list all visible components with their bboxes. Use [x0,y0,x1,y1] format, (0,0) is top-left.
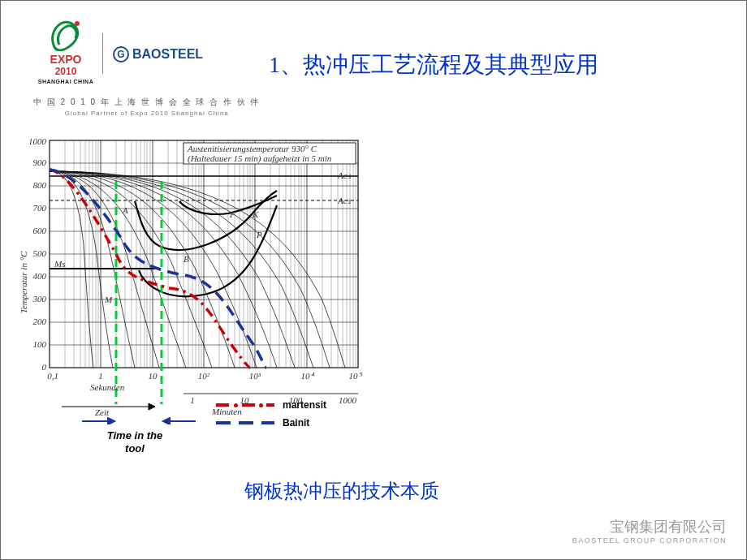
svg-text:K: K [252,209,259,219]
chart-header-1: Austenitisierungstemperatur 930° C [187,144,317,153]
svg-text:1: 1 [190,395,195,405]
expo-partner-cn: 中 国 2 0 1 0 年 上 海 世 博 会 全 球 合 作 伙 伴 [33,97,260,108]
svg-text:Ac₁: Ac₁ [337,196,351,205]
svg-marker-103 [149,403,155,410]
svg-text:100: 100 [33,339,47,349]
svg-text:500: 500 [33,248,47,258]
svg-text:0,1: 0,1 [47,371,58,381]
svg-text:300: 300 [32,294,47,304]
seconds-label: Sekunden [90,382,125,392]
svg-text:200: 200 [33,317,47,326]
expo-year: 2010 [37,66,94,77]
x-axis-label: Zeit [95,407,110,417]
svg-text:400: 400 [33,271,47,281]
expo-logo: EXPO 2010 SHANGHAI CHINA [37,19,94,84]
expo-ribbon-icon [46,19,85,51]
svg-text:10: 10 [149,371,158,381]
legend-line-blue-icon [216,416,274,429]
svg-text:M: M [104,295,113,304]
footer-logo: 宝钢集团有限公司 BAOSTEEL GROUP CORPORATION [572,517,727,545]
svg-text:10²: 10² [198,371,210,381]
svg-point-0 [75,21,80,26]
baosteel-circle-icon: G [113,46,129,62]
baosteel-logo: G BAOSTEEL [113,46,203,62]
chart-header-2: (Haltedauer 15 min) aufgeheizt in 5 min [188,153,332,164]
svg-text:1000: 1000 [339,395,357,405]
svg-text:600: 600 [33,226,47,235]
legend-label-martensit: martensit [283,399,326,411]
svg-text:10⁵: 10⁵ [349,371,363,381]
svg-text:1000: 1000 [28,136,47,146]
slide-header: EXPO 2010 SHANGHAI CHINA G BAOSTEEL 中 国 … [1,1,746,118]
svg-marker-107 [163,418,170,424]
svg-text:700: 700 [33,203,47,213]
legend: martensit Bainit [216,398,326,434]
svg-text:P: P [256,230,262,239]
svg-text:800: 800 [33,180,47,190]
footer-cn: 宝钢集团有限公司 [572,517,727,536]
svg-marker-105 [108,418,114,424]
svg-text:10³: 10³ [249,371,261,381]
svg-text:Ms: Ms [54,259,65,269]
legend-label-bainit: Bainit [283,417,309,429]
svg-text:900: 900 [33,157,47,167]
svg-text:A: A [122,205,128,215]
y-axis-label: Temperatur in °C [19,251,28,313]
expo-text: EXPO [37,53,94,66]
time-in-tool-label: Time in the tool [98,429,171,454]
expo-partner-en: Global Partner of Expo 2010 Shanghai Chi… [33,110,260,117]
slide-title: 1、热冲压工艺流程及其典型应用 [269,50,598,80]
footer-en: BAOSTEEL GROUP CORPORATION [572,536,727,545]
svg-text:Ac₃: Ac₃ [337,170,352,180]
svg-text:0: 0 [42,362,47,372]
header-divider [102,33,103,74]
expo-partner: 中 国 2 0 1 0 年 上 海 世 博 会 全 球 合 作 伙 伴 Glob… [33,97,260,117]
svg-text:10⁴: 10⁴ [301,371,315,381]
legend-martensit: martensit [216,398,326,411]
legend-line-red-icon [216,398,274,411]
baosteel-text: BAOSTEEL [132,47,203,62]
svg-text:B: B [184,254,189,264]
expo-city: SHANGHAI CHINA [37,79,94,84]
svg-text:F: F [229,209,235,219]
cct-chart: A M B F K P Ac₃ Ac₁ Ms Austenitisierungs… [17,132,374,424]
legend-bainit: Bainit [216,416,326,429]
subtitle: 钢板热冲压的技术本质 [244,478,439,504]
svg-text:1: 1 [98,371,103,381]
